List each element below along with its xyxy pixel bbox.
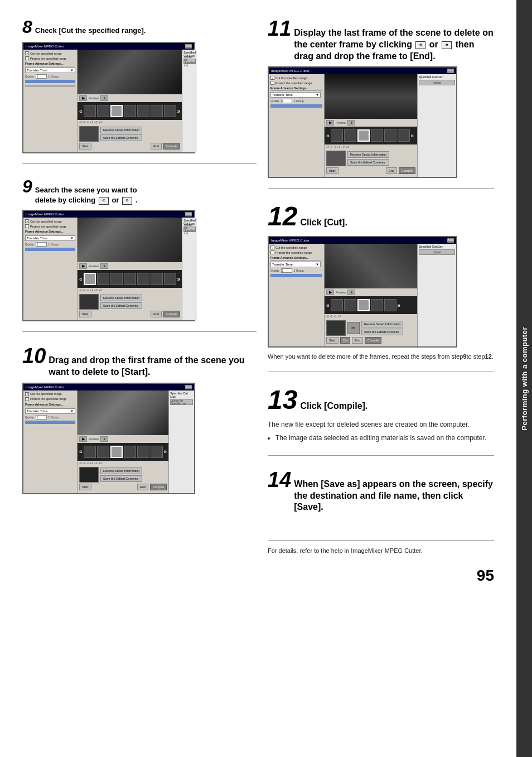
sim-quality-field-8[interactable]: 1 (36, 74, 47, 79)
sim-quality-field-11[interactable]: 1 (281, 99, 292, 103)
sim-checkbox-protect-10[interactable] (25, 397, 29, 401)
sim-back-btn-8[interactable]: Back (185, 44, 192, 49)
sim-image-12 (325, 244, 417, 288)
sim-restore-save-10: Restore Saved Information Save the Edite… (100, 467, 142, 482)
sim-compile-btn-12[interactable]: Compile (365, 337, 381, 344)
sim-quality-field-10[interactable]: 1 (36, 415, 47, 420)
sim-quality-field-12[interactable]: 1 (281, 268, 292, 273)
sim-filmstrip-numbers-8: -3 -2 -1 +1 +2 +3 (78, 120, 182, 124)
sim-end-btn-12[interactable]: End (352, 337, 363, 344)
sim-back-btn-10[interactable]: Back (185, 385, 192, 389)
sim-nav-right-11[interactable]: » (411, 133, 414, 139)
sim-restore-btn-9[interactable]: Restore Saved Information (100, 295, 142, 301)
sim-end-btn-9[interactable]: End (151, 311, 162, 317)
sim-nav-left-11[interactable]: « (326, 133, 330, 139)
step-12-note-text: When you want to delete more of the fram… (268, 353, 463, 360)
sim-restore-btn-11[interactable]: Restore Saved Information (347, 151, 389, 158)
sim-start-btn-12[interactable]: Start (326, 337, 338, 344)
sim-preview-label-10: Preview (89, 437, 99, 441)
sim-nav-right-10[interactable]: » (164, 449, 167, 455)
sim-nav-left-12[interactable]: « (326, 302, 330, 308)
sim-checkbox-cut-10[interactable]: ✓ (25, 392, 29, 396)
sim-play-8[interactable]: ▶ (79, 95, 87, 101)
step-12-note-end: . (492, 353, 494, 360)
sim-transfer-dropdown-8[interactable]: Transfer Time ▼ (25, 67, 75, 73)
sim-compile-btn-11[interactable]: Compile (399, 167, 415, 174)
sim-num2-11: -2 (330, 145, 332, 148)
sim-compile-btn-8[interactable]: Compile (163, 143, 180, 150)
sim-checkbox-protect-11[interactable] (270, 81, 274, 85)
step-10-section: 10 Drag and drop the first frame of the … (22, 344, 257, 504)
sim-quality-field-9[interactable]: 1 (36, 242, 47, 247)
sim-back-btn-11[interactable]: Back (447, 69, 454, 73)
sim-nav-right-12[interactable]: » (398, 302, 401, 308)
sim-body-12: ✓ Cut the specified range Protect the sp… (269, 244, 456, 346)
sim-start-btn-10[interactable]: Start (79, 484, 91, 490)
sim-speclist-btn-12[interactable]: Update (419, 249, 455, 255)
sim-speclist-btn-8[interactable]: Update the Specified List (183, 59, 196, 64)
sim-transfer-dropdown-11[interactable]: Transfer Time ▼ (270, 92, 321, 98)
sim-start-btn-11[interactable]: Start (326, 167, 338, 174)
sim-restore-btn-10[interactable]: Restore Saved Information (100, 467, 142, 474)
sim-bottom-row2-8: Start End Compile (79, 143, 180, 150)
sim-save-btn-12[interactable]: Save the Edited Contents (361, 329, 403, 335)
sim-transfer-dropdown-10[interactable]: Transfer Time ▼ (25, 408, 75, 414)
sim-body-11: ✓ Cut the specified range Protect the sp… (269, 74, 456, 177)
sim-start-btn-8[interactable]: Start (79, 143, 91, 150)
sim-end-btn-10[interactable]: End (137, 484, 148, 490)
sim-transfer-dropdown-12[interactable]: Transfer Time ▼ (270, 262, 321, 267)
sim-back-btn-9[interactable]: Back (185, 212, 192, 216)
step-13-body: The new file except for deleted scenes a… (268, 420, 494, 430)
sim-play-12[interactable]: ▶ (326, 290, 334, 295)
sim-nav-left-9[interactable]: « (79, 276, 83, 282)
sim-save-btn-10[interactable]: Save the Edited Contents (100, 475, 142, 482)
step-9-or: or (112, 196, 119, 204)
step-8-section: 8 Check [Cut the specified range]. Image… (22, 17, 257, 164)
sim-start-btn-9[interactable]: Start (79, 311, 91, 317)
sim-save-btn-8[interactable]: Save the Edited Contents (100, 134, 142, 141)
sim-checkbox-protect-12[interactable] (270, 250, 274, 254)
sim-pause-10[interactable]: ⏸ (100, 436, 108, 442)
sim-speclist-btn-11[interactable]: Update (419, 80, 455, 85)
sim-pause-11[interactable]: ⏸ (347, 120, 355, 126)
sim-play-9[interactable]: ▶ (79, 263, 87, 269)
sim-end-btn-8[interactable]: End (151, 143, 162, 150)
sim-checkbox-cut-12[interactable]: ✓ (270, 245, 274, 249)
sim-back-btn-12[interactable]: Back (447, 238, 454, 243)
step-10-title: Drag and drop the first frame of the sce… (49, 355, 257, 378)
sim-pause-9[interactable]: ⏸ (100, 263, 108, 269)
sim-compile-btn-10[interactable]: Compile (150, 484, 167, 490)
sim-nav-right-8[interactable]: » (177, 108, 181, 114)
sim-play-11[interactable]: ▶ (326, 120, 334, 126)
sim-play-10[interactable]: ▶ (79, 436, 87, 442)
sim-bottom-row1-11: Restore Saved Information Save the Edite… (326, 151, 415, 166)
sim-save-btn-11[interactable]: Save the Edited Contents (347, 159, 389, 166)
sim-row-protect-8: Protect the specified range (25, 56, 75, 60)
sim-pause-8[interactable]: ⏸ (100, 95, 108, 101)
sim-compile-btn-9[interactable]: Compile (163, 311, 180, 317)
sim-checkbox-protect-8[interactable] (25, 56, 29, 60)
sim-frame5-10 (137, 446, 149, 458)
sim-speclist-btn-9[interactable]: Update the Specified List (183, 226, 196, 232)
sim-checkbox-cut-11[interactable]: ✓ (270, 76, 274, 80)
step-10-heading: 10 Drag and drop the first frame of the … (22, 344, 257, 378)
sim-restore-btn-12[interactable]: Restore Saved Information (361, 321, 403, 327)
sim-save-btn-9[interactable]: Save the Edited Contents (100, 302, 142, 309)
sim-cut-btn-12[interactable]: Cut (340, 337, 351, 344)
sim-pause-12[interactable]: ⏸ (347, 290, 355, 295)
sim-checkbox-cut-9[interactable]: ✓ (25, 219, 29, 223)
sim-checkbox-cut-8[interactable]: ✓ (25, 51, 29, 55)
sim-end-btn-11[interactable]: End (386, 167, 397, 174)
sim-row-protect-12: Protect the specified range (270, 250, 322, 254)
step-9-icon1: « (99, 197, 109, 205)
sim-nav-left-8[interactable]: « (79, 108, 83, 114)
sim-restore-btn-8[interactable]: Restore Saved Information (100, 127, 142, 133)
sim-checkbox-protect-9[interactable] (25, 224, 29, 228)
sim-speclist-btn-10[interactable]: Update the Specified List (170, 399, 193, 405)
sim-frame4-9 (124, 273, 136, 285)
sim-transfer-dropdown-9[interactable]: Transfer Time ▼ (25, 235, 75, 241)
sim-nav-right-9[interactable]: » (177, 276, 181, 282)
sim-thumb1-8 (79, 126, 99, 142)
sim-controls-9: ✓ Cut the specified range Protect the sp… (23, 218, 78, 320)
sim-nav-left-10[interactable]: « (79, 449, 83, 455)
